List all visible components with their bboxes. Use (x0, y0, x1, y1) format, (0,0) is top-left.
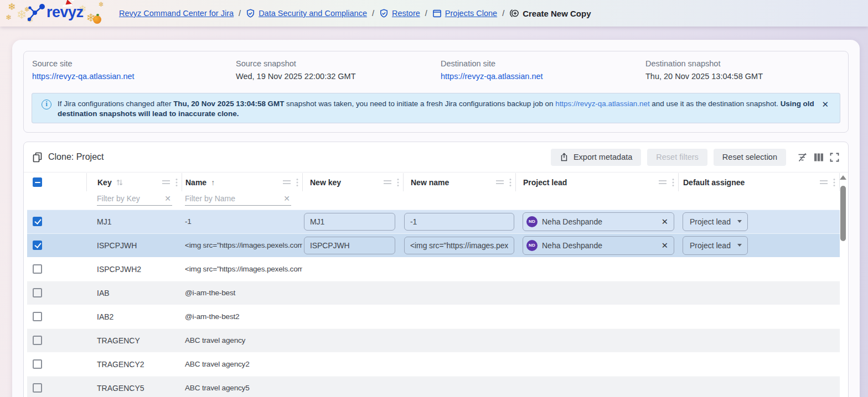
column-header-name[interactable]: Name (185, 178, 206, 187)
alert-close-icon[interactable]: ✕ (822, 100, 829, 109)
column-drag-handle[interactable] (496, 180, 504, 184)
revyz-logo[interactable]: ❄ ❄ ❄ ❄ ❄ ❄ ❄ ❄ revyz (4, 0, 121, 27)
column-header-default-assignee[interactable]: Default assignee (683, 178, 745, 187)
breadcrumb-link-command-center[interactable]: Revyz Command Center for Jira (119, 9, 234, 18)
reset-filters-label: Reset filters (656, 153, 699, 161)
avatar: ND (526, 240, 538, 251)
cell-key: TRAGENCY5 (86, 384, 182, 393)
column-menu-icon[interactable] (672, 178, 674, 187)
project-lead-name: Neha Deshpande (542, 241, 602, 250)
destination-site-link[interactable]: https://revyz-qa.atlassian.net (441, 72, 543, 81)
clone-icon (32, 152, 43, 163)
fullscreen-icon[interactable] (830, 153, 839, 162)
row-checkbox[interactable] (33, 383, 42, 393)
breadcrumb-link-data-security[interactable]: Data Security and Compliance (259, 9, 367, 18)
breadcrumb-separator: / (239, 9, 241, 18)
new-key-input[interactable] (304, 237, 395, 254)
snowflake-decoration: ❄ (8, 1, 16, 13)
destination-snapshot-field: Destination snapshot Thu, 20 Nov 2025 13… (645, 59, 763, 81)
column-menu-icon[interactable] (296, 178, 298, 187)
default-assignee-dropdown[interactable]: Project lead (683, 212, 748, 231)
cell-key: ISPCPJWH (86, 241, 182, 250)
clear-key-filter-icon[interactable]: ✕ (163, 194, 172, 203)
sort-asc-icon[interactable]: ↑ (211, 178, 215, 187)
column-menu-icon[interactable] (175, 178, 178, 187)
table-row: MJ1 -1 NDNeha Deshpande✕ Project lead (27, 210, 840, 233)
export-metadata-button[interactable]: Export metadata (551, 149, 641, 166)
vertical-scrollbar[interactable] (840, 173, 846, 397)
column-menu-icon[interactable] (509, 178, 512, 187)
breadcrumb-link-restore[interactable]: Restore (392, 9, 420, 18)
alert-message: If Jira configurations changed after Thu… (58, 99, 818, 119)
row-checkbox[interactable] (33, 241, 42, 250)
column-header-key[interactable]: Key (97, 178, 112, 187)
table-title: Clone: Project (48, 152, 104, 162)
column-drag-handle[interactable] (162, 180, 170, 184)
cell-name: @i-am-the-best2 (182, 312, 302, 321)
column-header-project-lead[interactable]: Project lead (523, 178, 567, 187)
column-header-new-key[interactable]: New key (310, 178, 341, 187)
scrollbar-thumb[interactable] (840, 186, 846, 241)
project-lead-field[interactable]: NDNeha Deshpande✕ (523, 212, 674, 231)
column-header-new-name[interactable]: New name (411, 178, 449, 187)
column-drag-handle[interactable] (283, 180, 291, 184)
destination-site-field: Destination site https://revyz-qa.atlass… (441, 59, 543, 81)
alert-text: and use it as the destination snapshot. (650, 100, 781, 108)
clear-name-filter-icon[interactable]: ✕ (282, 194, 291, 203)
sort-icon[interactable] (116, 179, 123, 186)
shield-check-icon (246, 9, 255, 18)
columns-icon[interactable] (814, 153, 824, 162)
breadcrumb-separator: / (372, 9, 374, 18)
cell-name: ABC travel agency5 (182, 384, 302, 392)
breadcrumb-link-projects-clone[interactable]: Projects Clone (445, 9, 497, 18)
filter-by-name-input[interactable] (185, 194, 282, 203)
column-drag-handle[interactable] (384, 180, 391, 184)
breadcrumb-separator: / (502, 9, 504, 18)
copy-plus-icon (509, 8, 519, 18)
row-checkbox[interactable] (33, 336, 42, 345)
row-checkbox[interactable] (33, 264, 42, 274)
assignee-value: Project lead (690, 217, 731, 226)
alert-site-link[interactable]: https://revyz-qa.atlassian.net (555, 100, 649, 108)
table-row: TRAGENCY5 ABC travel agency5 (27, 376, 840, 397)
source-snapshot-value: Wed, 19 Nov 2025 22:00:32 GMT (236, 72, 356, 81)
row-checkbox[interactable] (33, 312, 42, 321)
column-menu-icon[interactable] (397, 178, 399, 187)
select-all-checkbox[interactable] (33, 177, 42, 187)
table-row: TRAGENCY ABC travel agency (27, 328, 840, 352)
default-assignee-dropdown[interactable]: Project lead (683, 236, 748, 255)
remove-lead-icon[interactable]: ✕ (662, 241, 668, 250)
source-site-field: Source site https://revyz-qa.atlassian.n… (32, 59, 135, 81)
orange-decoration (93, 15, 101, 24)
table-row: IAB2 @i-am-the-best2 (27, 305, 840, 328)
remove-lead-icon[interactable]: ✕ (662, 217, 668, 226)
molecule-logo-icon (25, 2, 46, 24)
project-lead-name: Neha Deshpande (542, 217, 602, 226)
project-lead-field[interactable]: NDNeha Deshpande✕ (523, 236, 674, 255)
reset-filters-button[interactable]: Reset filters (647, 149, 707, 166)
scroll-up-arrow[interactable] (840, 175, 846, 180)
table-filter-row: ✕ ✕ (27, 191, 840, 210)
santa-hat-decoration (62, 0, 75, 7)
new-key-input[interactable] (304, 213, 395, 231)
alert-text: snapshot was taken, you need to initiate… (284, 100, 555, 108)
reset-selection-button[interactable]: Reset selection (714, 149, 786, 166)
destination-snapshot-label: Destination snapshot (645, 59, 763, 68)
alert-text: If Jira configurations changed after (58, 100, 173, 108)
row-checkbox[interactable] (33, 217, 42, 226)
row-checkbox[interactable] (33, 359, 42, 369)
filter-off-icon[interactable] (797, 152, 808, 163)
column-drag-handle[interactable] (659, 180, 666, 184)
table-icon-bar (797, 152, 839, 163)
cell-key: TRAGENCY2 (86, 360, 182, 369)
table-row: ISPCPJWH <img src="https://images.pexels… (27, 233, 840, 257)
column-drag-handle[interactable] (820, 180, 828, 184)
column-menu-icon[interactable] (833, 178, 835, 187)
new-name-input[interactable] (404, 237, 514, 254)
row-checkbox[interactable] (33, 288, 42, 297)
new-name-input[interactable] (404, 213, 514, 231)
alert-bold-date: Thu, 20 Nov 2025 13:04:58 GMT (173, 100, 284, 108)
filter-by-key-input[interactable] (97, 194, 163, 203)
destination-site-label: Destination site (441, 59, 543, 68)
source-site-link[interactable]: https://revyz-qa.atlassian.net (32, 72, 135, 81)
